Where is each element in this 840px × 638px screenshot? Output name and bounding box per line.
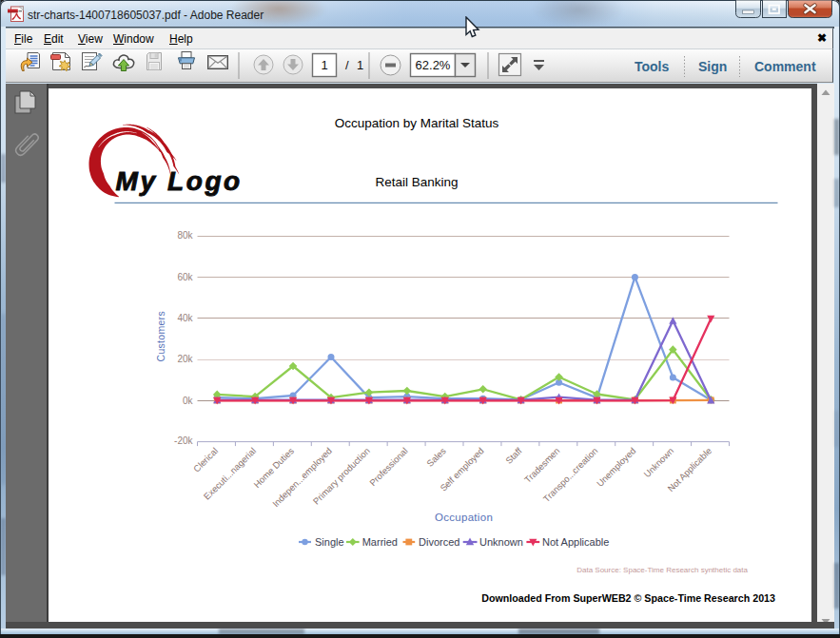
svg-text:Single: Single xyxy=(315,536,344,548)
svg-text:Tradesmen: Tradesmen xyxy=(522,445,562,485)
svg-text:Data Source: Space-Time Resear: Data Source: Space-Time Research synthet… xyxy=(576,566,748,574)
svg-text:Occupation by Marital Status: Occupation by Marital Status xyxy=(335,116,499,130)
svg-text:Professional: Professional xyxy=(367,445,410,488)
svg-text:Married: Married xyxy=(362,536,398,548)
svg-text:Divorced: Divorced xyxy=(419,536,459,548)
svg-text:Unknown: Unknown xyxy=(641,445,675,479)
svg-text:Customers: Customers xyxy=(155,311,166,361)
svg-text:My Logo: My Logo xyxy=(116,166,243,196)
svg-text:Downloaded From SuperWEB2 © Sp: Downloaded From SuperWEB2 © Space-Time R… xyxy=(481,592,775,604)
svg-text:-20k: -20k xyxy=(174,435,193,446)
svg-text:Retail Banking: Retail Banking xyxy=(375,175,458,189)
svg-text:Clerical: Clerical xyxy=(191,445,220,474)
svg-text:0k: 0k xyxy=(183,396,194,406)
svg-text:Unemployed: Unemployed xyxy=(595,445,637,488)
svg-text:80k: 80k xyxy=(177,230,193,241)
svg-text:Unknown: Unknown xyxy=(479,536,523,548)
svg-text:Staff: Staff xyxy=(503,445,524,466)
svg-text:Sales: Sales xyxy=(424,445,448,469)
svg-text:40k: 40k xyxy=(177,313,193,323)
svg-text:60k: 60k xyxy=(177,272,193,282)
svg-text:Not Applicable: Not Applicable xyxy=(542,536,609,548)
svg-text:Occupation: Occupation xyxy=(435,512,493,523)
svg-text:20k: 20k xyxy=(177,354,193,364)
